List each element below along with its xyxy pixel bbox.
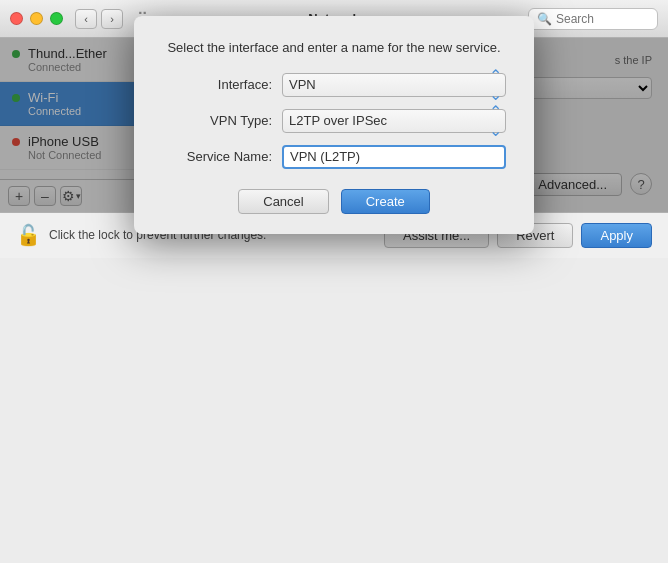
service-name-row: Service Name: [162, 145, 506, 169]
maximize-button[interactable] [50, 12, 63, 25]
interface-select[interactable]: VPN Ethernet Wi-Fi FireWire [282, 73, 506, 97]
interface-control: VPN Ethernet Wi-Fi FireWire ⌃⌄ [282, 73, 506, 97]
service-name-label: Service Name: [162, 149, 272, 164]
service-name-control [282, 145, 506, 169]
service-name-input[interactable] [282, 145, 506, 169]
cancel-button[interactable]: Cancel [238, 189, 328, 214]
modal-title: Select the interface and enter a name fo… [162, 40, 506, 55]
close-button[interactable] [10, 12, 23, 25]
modal-overlay: Select the interface and enter a name fo… [0, 38, 668, 212]
nav-buttons: ‹ › [75, 9, 123, 29]
lock-icon[interactable]: 🔓 [16, 223, 41, 247]
vpn-type-select[interactable]: L2TP over IPSec PPTP IKEv2 Cisco IPSec [282, 109, 506, 133]
vpn-type-label: VPN Type: [162, 113, 272, 128]
forward-button[interactable]: › [101, 9, 123, 29]
modal-form: Interface: VPN Ethernet Wi-Fi FireWire ⌃… [162, 73, 506, 169]
traffic-lights [10, 12, 63, 25]
minimize-button[interactable] [30, 12, 43, 25]
vpn-type-control: L2TP over IPSec PPTP IKEv2 Cisco IPSec ⌃… [282, 109, 506, 133]
interface-label: Interface: [162, 77, 272, 92]
apply-button[interactable]: Apply [581, 223, 652, 248]
back-button[interactable]: ‹ [75, 9, 97, 29]
search-input[interactable] [556, 12, 649, 26]
search-icon: 🔍 [537, 12, 552, 26]
create-button[interactable]: Create [341, 189, 430, 214]
search-bar[interactable]: 🔍 [528, 8, 658, 30]
modal-buttons: Cancel Create [162, 189, 506, 214]
main-area: Thund...Ether Connected Wi-Fi Connected … [0, 38, 668, 212]
new-service-modal: Select the interface and enter a name fo… [134, 16, 534, 234]
vpn-type-row: VPN Type: L2TP over IPSec PPTP IKEv2 Cis… [162, 109, 506, 133]
interface-row: Interface: VPN Ethernet Wi-Fi FireWire ⌃… [162, 73, 506, 97]
